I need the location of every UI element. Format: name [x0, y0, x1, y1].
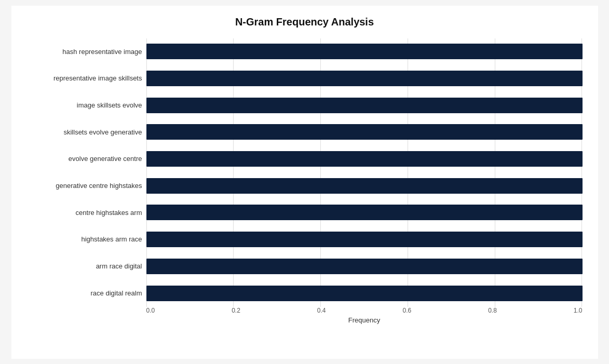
y-label: arm race digital [27, 262, 142, 271]
bar [146, 205, 583, 220]
bar [146, 178, 583, 194]
y-label: image skillsets evolve [27, 101, 142, 110]
bar [146, 124, 583, 140]
y-label: centre highstakes arm [27, 209, 142, 217]
bar-row [146, 176, 583, 196]
x-tick: 1.0 [574, 307, 583, 314]
bar-row [146, 257, 583, 276]
bar-row [146, 203, 583, 222]
bars-wrapper [146, 38, 583, 307]
x-axis-label: Frequency [146, 316, 583, 324]
bar-row [146, 230, 583, 249]
y-label: generative centre highstakes [27, 182, 142, 190]
bar-row [146, 96, 583, 115]
x-tick: 0.4 [317, 307, 326, 314]
bar [146, 151, 583, 167]
y-axis-labels: hash representative imagerepresentative … [27, 38, 146, 307]
bar [146, 44, 583, 59]
y-label: race digital realm [27, 289, 142, 298]
bar [146, 98, 583, 113]
x-tick: 0.0 [146, 307, 155, 314]
bar-row [146, 69, 583, 88]
y-label: evolve generative centre [27, 155, 142, 163]
y-label: hash representative image [27, 48, 142, 56]
bar-row [146, 284, 583, 303]
x-tick: 0.2 [232, 307, 240, 314]
bar-row [146, 149, 583, 169]
x-tick: 0.6 [402, 307, 411, 314]
y-label: representative image skillsets [27, 74, 142, 83]
bar-row [146, 42, 583, 61]
bar [146, 259, 583, 274]
x-axis-area: 0.00.20.40.60.81.0 Frequency [27, 307, 583, 324]
y-label: skillsets evolve generative [27, 128, 142, 137]
chart-title: N-Gram Frequency Analysis [27, 16, 583, 28]
bar [146, 71, 583, 86]
x-tick: 0.8 [488, 307, 497, 314]
bar [146, 286, 583, 301]
bar [146, 232, 583, 247]
y-label: highstakes arm race [27, 235, 142, 244]
bar-row [146, 122, 583, 142]
x-ticks-row: 0.00.20.40.60.81.0 [146, 307, 583, 314]
chart-container: N-Gram Frequency Analysis hash represent… [11, 6, 598, 359]
